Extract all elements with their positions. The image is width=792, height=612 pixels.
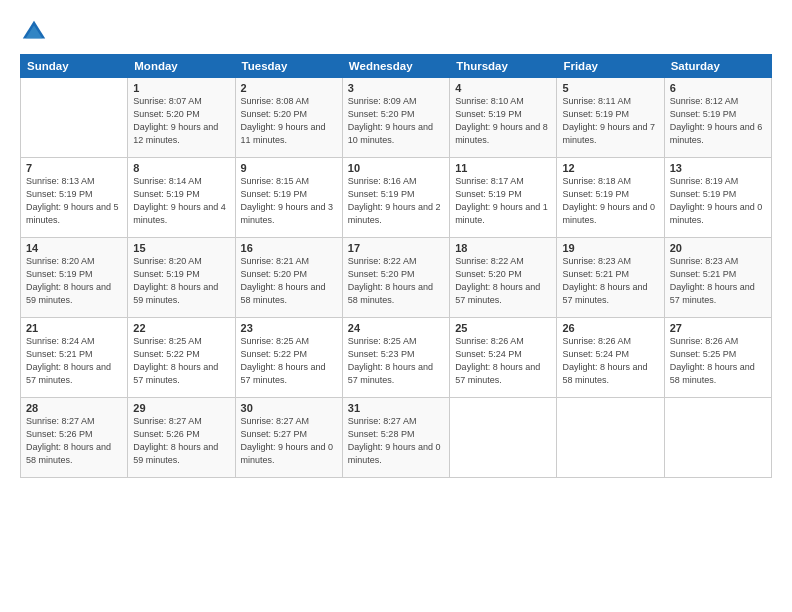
logo-icon xyxy=(20,18,48,46)
day-info: Sunrise: 8:14 AM Sunset: 5:19 PM Dayligh… xyxy=(133,175,229,227)
day-number: 2 xyxy=(241,82,337,94)
day-cell: 10Sunrise: 8:16 AM Sunset: 5:19 PM Dayli… xyxy=(342,158,449,238)
col-header-sunday: Sunday xyxy=(21,55,128,78)
day-number: 4 xyxy=(455,82,551,94)
day-number: 13 xyxy=(670,162,766,174)
header xyxy=(20,18,772,46)
day-number: 7 xyxy=(26,162,122,174)
day-cell: 7Sunrise: 8:13 AM Sunset: 5:19 PM Daylig… xyxy=(21,158,128,238)
day-info: Sunrise: 8:11 AM Sunset: 5:19 PM Dayligh… xyxy=(562,95,658,147)
day-cell: 18Sunrise: 8:22 AM Sunset: 5:20 PM Dayli… xyxy=(450,238,557,318)
day-number: 14 xyxy=(26,242,122,254)
day-cell: 14Sunrise: 8:20 AM Sunset: 5:19 PM Dayli… xyxy=(21,238,128,318)
col-header-friday: Friday xyxy=(557,55,664,78)
day-number: 19 xyxy=(562,242,658,254)
day-info: Sunrise: 8:27 AM Sunset: 5:26 PM Dayligh… xyxy=(133,415,229,467)
day-cell: 15Sunrise: 8:20 AM Sunset: 5:19 PM Dayli… xyxy=(128,238,235,318)
day-number: 21 xyxy=(26,322,122,334)
day-number: 16 xyxy=(241,242,337,254)
day-cell: 16Sunrise: 8:21 AM Sunset: 5:20 PM Dayli… xyxy=(235,238,342,318)
day-cell: 4Sunrise: 8:10 AM Sunset: 5:19 PM Daylig… xyxy=(450,78,557,158)
day-cell: 25Sunrise: 8:26 AM Sunset: 5:24 PM Dayli… xyxy=(450,318,557,398)
day-info: Sunrise: 8:19 AM Sunset: 5:19 PM Dayligh… xyxy=(670,175,766,227)
day-info: Sunrise: 8:12 AM Sunset: 5:19 PM Dayligh… xyxy=(670,95,766,147)
col-header-saturday: Saturday xyxy=(664,55,771,78)
day-number: 30 xyxy=(241,402,337,414)
day-info: Sunrise: 8:23 AM Sunset: 5:21 PM Dayligh… xyxy=(562,255,658,307)
page: SundayMondayTuesdayWednesdayThursdayFrid… xyxy=(0,0,792,612)
day-number: 26 xyxy=(562,322,658,334)
day-cell: 13Sunrise: 8:19 AM Sunset: 5:19 PM Dayli… xyxy=(664,158,771,238)
day-info: Sunrise: 8:27 AM Sunset: 5:27 PM Dayligh… xyxy=(241,415,337,467)
day-info: Sunrise: 8:23 AM Sunset: 5:21 PM Dayligh… xyxy=(670,255,766,307)
day-cell: 17Sunrise: 8:22 AM Sunset: 5:20 PM Dayli… xyxy=(342,238,449,318)
day-number: 28 xyxy=(26,402,122,414)
week-row-1: 1Sunrise: 8:07 AM Sunset: 5:20 PM Daylig… xyxy=(21,78,772,158)
day-info: Sunrise: 8:13 AM Sunset: 5:19 PM Dayligh… xyxy=(26,175,122,227)
day-number: 29 xyxy=(133,402,229,414)
day-info: Sunrise: 8:20 AM Sunset: 5:19 PM Dayligh… xyxy=(26,255,122,307)
day-info: Sunrise: 8:08 AM Sunset: 5:20 PM Dayligh… xyxy=(241,95,337,147)
day-info: Sunrise: 8:27 AM Sunset: 5:28 PM Dayligh… xyxy=(348,415,444,467)
day-number: 17 xyxy=(348,242,444,254)
day-number: 25 xyxy=(455,322,551,334)
day-cell xyxy=(21,78,128,158)
day-cell: 19Sunrise: 8:23 AM Sunset: 5:21 PM Dayli… xyxy=(557,238,664,318)
day-cell: 27Sunrise: 8:26 AM Sunset: 5:25 PM Dayli… xyxy=(664,318,771,398)
day-cell xyxy=(450,398,557,478)
day-cell: 3Sunrise: 8:09 AM Sunset: 5:20 PM Daylig… xyxy=(342,78,449,158)
day-info: Sunrise: 8:27 AM Sunset: 5:26 PM Dayligh… xyxy=(26,415,122,467)
day-number: 18 xyxy=(455,242,551,254)
day-number: 8 xyxy=(133,162,229,174)
header-row: SundayMondayTuesdayWednesdayThursdayFrid… xyxy=(21,55,772,78)
day-cell: 24Sunrise: 8:25 AM Sunset: 5:23 PM Dayli… xyxy=(342,318,449,398)
day-info: Sunrise: 8:25 AM Sunset: 5:22 PM Dayligh… xyxy=(133,335,229,387)
day-number: 6 xyxy=(670,82,766,94)
day-info: Sunrise: 8:07 AM Sunset: 5:20 PM Dayligh… xyxy=(133,95,229,147)
day-number: 22 xyxy=(133,322,229,334)
day-info: Sunrise: 8:22 AM Sunset: 5:20 PM Dayligh… xyxy=(348,255,444,307)
day-info: Sunrise: 8:20 AM Sunset: 5:19 PM Dayligh… xyxy=(133,255,229,307)
day-number: 1 xyxy=(133,82,229,94)
day-cell: 1Sunrise: 8:07 AM Sunset: 5:20 PM Daylig… xyxy=(128,78,235,158)
day-number: 20 xyxy=(670,242,766,254)
day-info: Sunrise: 8:25 AM Sunset: 5:22 PM Dayligh… xyxy=(241,335,337,387)
day-info: Sunrise: 8:22 AM Sunset: 5:20 PM Dayligh… xyxy=(455,255,551,307)
day-info: Sunrise: 8:15 AM Sunset: 5:19 PM Dayligh… xyxy=(241,175,337,227)
day-cell: 26Sunrise: 8:26 AM Sunset: 5:24 PM Dayli… xyxy=(557,318,664,398)
day-number: 15 xyxy=(133,242,229,254)
week-row-4: 21Sunrise: 8:24 AM Sunset: 5:21 PM Dayli… xyxy=(21,318,772,398)
day-cell: 12Sunrise: 8:18 AM Sunset: 5:19 PM Dayli… xyxy=(557,158,664,238)
day-info: Sunrise: 8:21 AM Sunset: 5:20 PM Dayligh… xyxy=(241,255,337,307)
week-row-3: 14Sunrise: 8:20 AM Sunset: 5:19 PM Dayli… xyxy=(21,238,772,318)
day-cell: 6Sunrise: 8:12 AM Sunset: 5:19 PM Daylig… xyxy=(664,78,771,158)
day-number: 31 xyxy=(348,402,444,414)
day-number: 12 xyxy=(562,162,658,174)
day-info: Sunrise: 8:10 AM Sunset: 5:19 PM Dayligh… xyxy=(455,95,551,147)
col-header-tuesday: Tuesday xyxy=(235,55,342,78)
day-cell: 28Sunrise: 8:27 AM Sunset: 5:26 PM Dayli… xyxy=(21,398,128,478)
day-cell: 30Sunrise: 8:27 AM Sunset: 5:27 PM Dayli… xyxy=(235,398,342,478)
day-number: 3 xyxy=(348,82,444,94)
col-header-wednesday: Wednesday xyxy=(342,55,449,78)
week-row-5: 28Sunrise: 8:27 AM Sunset: 5:26 PM Dayli… xyxy=(21,398,772,478)
day-info: Sunrise: 8:16 AM Sunset: 5:19 PM Dayligh… xyxy=(348,175,444,227)
day-number: 24 xyxy=(348,322,444,334)
day-info: Sunrise: 8:25 AM Sunset: 5:23 PM Dayligh… xyxy=(348,335,444,387)
day-info: Sunrise: 8:26 AM Sunset: 5:25 PM Dayligh… xyxy=(670,335,766,387)
day-cell: 2Sunrise: 8:08 AM Sunset: 5:20 PM Daylig… xyxy=(235,78,342,158)
day-cell xyxy=(557,398,664,478)
week-row-2: 7Sunrise: 8:13 AM Sunset: 5:19 PM Daylig… xyxy=(21,158,772,238)
day-cell: 9Sunrise: 8:15 AM Sunset: 5:19 PM Daylig… xyxy=(235,158,342,238)
day-cell: 11Sunrise: 8:17 AM Sunset: 5:19 PM Dayli… xyxy=(450,158,557,238)
col-header-monday: Monday xyxy=(128,55,235,78)
day-info: Sunrise: 8:26 AM Sunset: 5:24 PM Dayligh… xyxy=(455,335,551,387)
calendar-table: SundayMondayTuesdayWednesdayThursdayFrid… xyxy=(20,54,772,478)
day-info: Sunrise: 8:09 AM Sunset: 5:20 PM Dayligh… xyxy=(348,95,444,147)
day-number: 5 xyxy=(562,82,658,94)
day-number: 9 xyxy=(241,162,337,174)
day-cell: 29Sunrise: 8:27 AM Sunset: 5:26 PM Dayli… xyxy=(128,398,235,478)
logo xyxy=(20,18,52,46)
day-cell: 8Sunrise: 8:14 AM Sunset: 5:19 PM Daylig… xyxy=(128,158,235,238)
day-cell: 21Sunrise: 8:24 AM Sunset: 5:21 PM Dayli… xyxy=(21,318,128,398)
